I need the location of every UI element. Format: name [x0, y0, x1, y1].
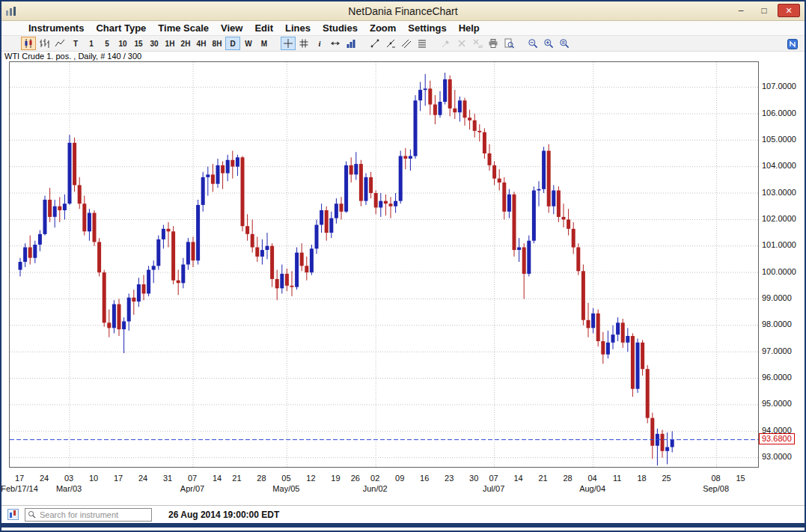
- menu-item-chart-type[interactable]: Chart Type: [90, 21, 152, 35]
- x-axis-month-label: Jul/07: [483, 484, 504, 493]
- interval-daily[interactable]: D: [225, 37, 240, 50]
- chart-type-bars[interactable]: [37, 37, 52, 50]
- search-input[interactable]: [38, 510, 149, 520]
- menu-item-instruments[interactable]: Instruments: [22, 21, 90, 35]
- print-preview[interactable]: [501, 37, 516, 50]
- interval-15min[interactable]: 15: [131, 37, 146, 50]
- interval-tick[interactable]: T: [68, 37, 83, 50]
- netdania-status-icon: [7, 509, 19, 520]
- y-axis-label: 95.0000: [762, 399, 792, 408]
- x-axis-day-label: 11: [613, 474, 621, 483]
- interval-1hour[interactable]: 1H: [162, 37, 177, 50]
- x-axis-day-label: 14: [213, 474, 222, 483]
- svg-text:all: all: [478, 44, 483, 49]
- close-button[interactable]: ✕: [778, 4, 800, 17]
- x-axis-day-label: 03: [64, 474, 73, 483]
- x-axis-day-label: 04: [587, 474, 596, 483]
- grid-toggle[interactable]: [296, 37, 311, 50]
- x-axis-day-label: 21: [538, 474, 547, 483]
- search-icon: [28, 510, 36, 519]
- channel-tool[interactable]: [399, 37, 414, 50]
- status-timestamp: 26 Aug 2014 19:00:00 EDT: [168, 510, 279, 520]
- y-axis-label: 97.0000: [762, 346, 792, 355]
- svg-text:i: i: [318, 39, 321, 48]
- x-axis-day-label: 30: [469, 474, 478, 483]
- x-axis-day-label: 21: [232, 474, 241, 483]
- toolbar: T151015301H2H4H8HDWMiall: [1, 36, 805, 52]
- x-axis-month-label: Feb/17/14: [1, 484, 38, 493]
- x-axis-day-label: 16: [420, 474, 429, 483]
- x-axis-day-label: 24: [138, 474, 147, 483]
- title-bar[interactable]: NetDania FinanceChart – □ ✕: [1, 1, 805, 21]
- x-axis-day-label: 25: [662, 474, 671, 483]
- y-axis-label: 96.0000: [762, 373, 792, 382]
- ray-line-tool[interactable]: [383, 37, 398, 50]
- chart-instrument-label: WTI Crude 1. pos. , Daily, # 140 / 300: [4, 52, 141, 61]
- zoom-reset[interactable]: [557, 37, 572, 50]
- time-scale[interactable]: 17Feb/17/142403Mar/031017243107Apr/07142…: [1, 468, 760, 501]
- netdania-link[interactable]: [785, 37, 800, 51]
- x-axis-month-label: May/05: [272, 484, 299, 493]
- chart-plot[interactable]: [9, 61, 759, 468]
- print[interactable]: [486, 37, 501, 50]
- crosshair-tool[interactable]: [281, 37, 296, 50]
- menu-item-zoom[interactable]: Zoom: [364, 21, 402, 35]
- interval-4hour[interactable]: 4H: [194, 37, 209, 50]
- candlestick-chart[interactable]: [10, 62, 758, 467]
- x-axis-day-label: 18: [637, 474, 646, 483]
- delete-all-lines: all: [470, 37, 485, 50]
- menu-item-help[interactable]: Help: [453, 21, 486, 35]
- window-controls: – □ ✕: [731, 4, 800, 17]
- y-axis-label: 107.0000: [762, 82, 796, 91]
- interval-weekly[interactable]: W: [241, 37, 256, 50]
- x-axis-day-label: 23: [445, 474, 454, 483]
- y-axis-label: 103.0000: [762, 188, 796, 197]
- interval-8hour[interactable]: 8H: [210, 37, 225, 50]
- edit-lines: [439, 37, 454, 50]
- x-axis-day-label: 07: [188, 474, 197, 483]
- x-axis-month-label: Apr/07: [180, 484, 204, 493]
- zoom-in[interactable]: [541, 37, 556, 50]
- y-axis-label: 106.0000: [762, 108, 796, 117]
- x-axis-day-label: 08: [711, 474, 720, 483]
- menu-item-settings[interactable]: Settings: [402, 21, 452, 35]
- window-title: NetDania FinanceChart: [348, 5, 457, 17]
- chart-type-candlestick[interactable]: [21, 37, 36, 50]
- interval-5min[interactable]: 5: [100, 37, 115, 50]
- maximize-button[interactable]: □: [754, 4, 774, 17]
- interval-1min[interactable]: 1: [84, 37, 99, 50]
- chart-area: WTI Crude 1. pos. , Daily, # 140 / 300 1…: [1, 52, 805, 505]
- menu-item-edit[interactable]: Edit: [248, 21, 279, 35]
- x-axis-day-label: 10: [89, 474, 98, 483]
- interval-monthly[interactable]: M: [257, 37, 272, 50]
- zoom-out[interactable]: [525, 37, 540, 50]
- current-price-label: 93.6800: [759, 433, 795, 444]
- x-axis-day-label: 15: [736, 474, 745, 483]
- interval-10min[interactable]: 10: [115, 37, 130, 50]
- interval-2hour[interactable]: 2H: [178, 37, 193, 50]
- menu-item-time-scale[interactable]: Time Scale: [152, 21, 215, 35]
- menu-item-studies[interactable]: Studies: [317, 21, 364, 35]
- x-axis-day-label: 28: [257, 474, 266, 483]
- x-axis-day-label: 14: [513, 474, 522, 483]
- fibonacci-tool[interactable]: [415, 37, 430, 50]
- x-axis-day-label: 09: [395, 474, 404, 483]
- info-tool[interactable]: i: [312, 37, 327, 50]
- interval-30min[interactable]: 30: [147, 37, 162, 50]
- x-axis-day-label: 07: [489, 474, 498, 483]
- chart-type-line[interactable]: [52, 37, 67, 50]
- y-axis-label: 102.0000: [762, 214, 796, 223]
- menu-item-view[interactable]: View: [215, 21, 248, 35]
- search-box[interactable]: [25, 508, 152, 522]
- scroll-chart-tool[interactable]: [328, 37, 343, 50]
- x-axis-day-label: 12: [306, 474, 315, 483]
- menu-item-lines[interactable]: Lines: [279, 21, 317, 35]
- minimize-button[interactable]: –: [731, 4, 751, 17]
- volume-toggle[interactable]: [344, 37, 358, 50]
- x-axis-day-label: 02: [370, 474, 379, 483]
- x-axis-day-label: 17: [114, 474, 123, 483]
- x-axis-month-label: Jun/02: [363, 484, 388, 493]
- trend-line-tool[interactable]: [367, 37, 382, 50]
- app-icon: [5, 6, 17, 16]
- menu-bar: InstrumentsChart TypeTime ScaleViewEditL…: [1, 21, 805, 36]
